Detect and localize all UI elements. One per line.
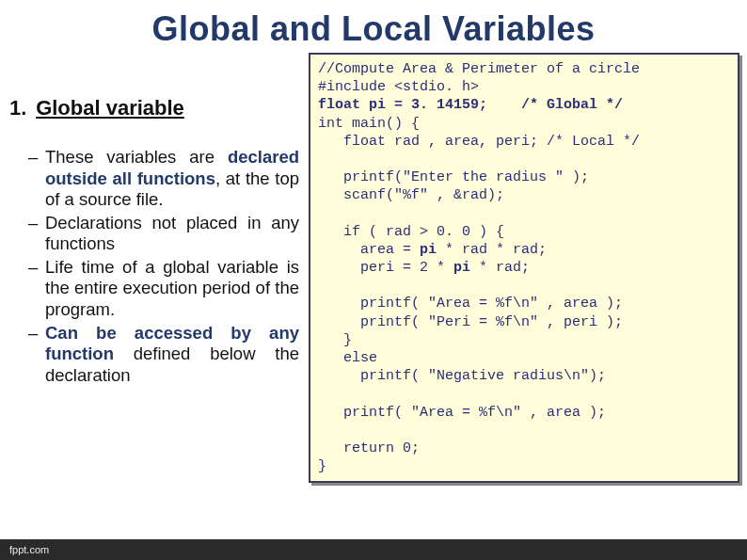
code-pi: pi [453, 260, 470, 276]
code-line: printf( "Area = %f\n" , area ); [318, 405, 606, 421]
main-content: 1. Global variable These variables are d… [0, 53, 747, 483]
code-line: } [318, 458, 326, 474]
left-column: 1. Global variable These variables are d… [9, 53, 303, 483]
code-line: } [318, 332, 352, 348]
heading-text: Global variable [36, 96, 184, 120]
code-line: area = [318, 242, 420, 258]
right-column: //Compute Area & Perimeter of a circle #… [309, 53, 739, 483]
code-line: #include <stdio. h> [318, 79, 479, 95]
code-line: return 0; [318, 440, 420, 456]
code-line: float rad , area, peri; /* Local */ [318, 134, 640, 150]
bullet-text: Life time of a global variable is the en… [45, 257, 299, 319]
bullet-list: These variables are declared outside all… [9, 147, 303, 386]
code-global-comment: /* Global */ [521, 97, 623, 113]
code-line: peri = 2 * [318, 260, 453, 276]
list-item: Can be accessed by any function defined … [45, 323, 299, 387]
heading-number: 1. [9, 96, 30, 120]
code-box: //Compute Area & Perimeter of a circle #… [309, 53, 739, 483]
list-item: Life time of a global variable is the en… [45, 257, 299, 321]
code-line: printf( "Negative radius\n"); [318, 368, 606, 384]
code-pi: pi [420, 242, 437, 258]
code-line: else [318, 350, 377, 366]
footer-credit: fppt.com [0, 539, 747, 560]
code-line: printf( "Area = %f\n" , area ); [318, 296, 623, 312]
list-item: Declarations not placed in any functions [45, 213, 299, 255]
list-item: These variables are declared outside all… [45, 147, 299, 211]
slide-title: Global and Local Variables [0, 0, 747, 53]
code-line: * rad; [470, 260, 530, 276]
code-line: int main() { [318, 116, 420, 132]
code-global-decl: float pi = 3. 14159; [318, 97, 487, 113]
code-line: //Compute Area & Perimeter of a circle [318, 61, 640, 77]
code-line: if ( rad > 0. 0 ) { [318, 224, 504, 240]
bullet-text: Declarations not placed in any functions [45, 213, 299, 254]
bullet-text: These variables are [45, 147, 228, 167]
code-line: printf( "Peri = %f\n" , peri ); [318, 314, 623, 330]
slide: Global and Local Variables 1. Global var… [0, 0, 747, 560]
code-line: printf("Enter the radius " ); [318, 169, 589, 185]
code-line: scanf("%f" , &rad); [318, 187, 504, 203]
code-line: * rad * rad; [437, 242, 547, 258]
section-heading: 1. Global variable [9, 96, 303, 120]
